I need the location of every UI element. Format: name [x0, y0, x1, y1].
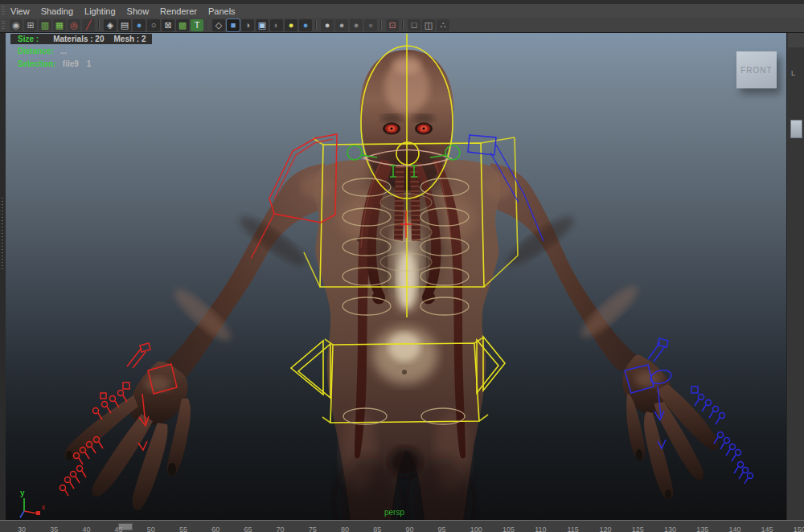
safe-title-icon[interactable]: ▩ — [176, 19, 189, 31]
timeline-tick-105: 105 — [503, 526, 515, 532]
timeline-tick-130: 130 — [664, 526, 676, 532]
toolbar-separator — [402, 20, 404, 30]
ambient-light-icon[interactable]: ● — [285, 19, 297, 31]
timeline-tick-45: 45 — [115, 526, 123, 532]
default-material-icon[interactable]: ▣ — [256, 19, 269, 31]
smooth-shade-mode-icon[interactable]: ■ — [227, 19, 240, 31]
hud-selection-readout: Selection:file91 — [18, 59, 91, 68]
camera-settings-icon[interactable]: ⊞ — [24, 19, 37, 31]
isolate-select-icon[interactable]: ⊡ — [386, 19, 399, 31]
toolbar-grip[interactable] — [2, 21, 5, 30]
timeline-tick-50: 50 — [147, 526, 155, 532]
creature-model — [65, 50, 719, 520]
toolbar-separator — [207, 20, 209, 30]
wireframe-mode-icon[interactable]: ◇ — [212, 19, 225, 31]
toolbar-separator — [380, 20, 383, 30]
image-plane-icon[interactable]: ▦ — [53, 19, 66, 31]
menu-renderer[interactable]: Renderer — [158, 6, 199, 16]
grease-pencil-icon[interactable]: ╱ — [82, 19, 95, 31]
xray-icon[interactable]: □ — [408, 19, 420, 31]
timeline-tick-120: 120 — [600, 526, 612, 532]
field-chart-icon[interactable]: ○ — [147, 19, 160, 31]
timeline-tick-100: 100 — [470, 526, 482, 532]
timeline-ruler[interactable]: 3035404550556065707580859095100105110115… — [0, 520, 804, 532]
hud-size-readout: Size :Materials : 20Mesh : 2 — [10, 34, 152, 44]
timeline-tick-145: 145 — [761, 526, 773, 532]
camera-name-label: persp — [384, 508, 404, 517]
menu-show[interactable]: Show — [125, 6, 151, 16]
field-guide-icon[interactable]: T — [191, 19, 203, 31]
menu-lighting[interactable]: Lighting — [83, 6, 117, 16]
viewport-3d[interactable]: y x Size :Materials : 20Mesh : 2 Distanc… — [6, 33, 786, 520]
timeline-tick-60: 60 — [211, 526, 219, 532]
timeline-tick-135: 135 — [696, 526, 708, 532]
pan-zoom-icon[interactable]: ◎ — [68, 19, 80, 31]
menu-panels[interactable]: Panels — [207, 6, 237, 16]
axis-x-label: x — [42, 503, 46, 511]
menu-shading[interactable]: Shading — [39, 6, 75, 16]
hud-selection-count: 1 — [87, 59, 92, 68]
share-view-icon[interactable]: ∴ — [437, 19, 449, 31]
film-gate-icon[interactable]: ◈ — [104, 19, 117, 31]
timeline-tick-75: 75 — [309, 526, 317, 532]
panel-menu-bar: ViewShadingLightingShowRendererPanels — [0, 4, 804, 18]
left-panel-edge — [0, 33, 6, 520]
toolbar-separator — [98, 20, 100, 30]
timeline-tick-110: 110 — [535, 526, 546, 532]
timeline-tick-140: 140 — [728, 526, 740, 532]
bookmark-icon[interactable]: ▥ — [39, 19, 51, 31]
timeline-tick-35: 35 — [50, 526, 58, 532]
hud-distance-value: ... — [60, 47, 67, 55]
right-edge-label: L — [791, 69, 795, 77]
axis-y-label: y — [20, 489, 25, 497]
axis-indicator: y x — [20, 489, 46, 518]
timeline-tick-80: 80 — [341, 526, 349, 532]
blue-light-icon[interactable]: ● — [299, 19, 312, 31]
viewport-canvas[interactable]: y x — [6, 33, 786, 520]
front-camera-image-plane: FRONT — [736, 51, 777, 88]
panel-divider-handle[interactable] — [2, 198, 3, 270]
timeline-tick-95: 95 — [438, 526, 446, 532]
hud-size-label: Size : — [18, 35, 39, 43]
exposure-icon[interactable]: ◫ — [422, 19, 435, 31]
toolbar-separator — [315, 20, 318, 30]
selected-lights-icon[interactable]: ● — [335, 19, 348, 31]
hud-selection-object: file9 — [63, 59, 79, 68]
hud-selection-label: Selection: — [18, 59, 56, 68]
menu-view[interactable]: View — [9, 6, 31, 16]
hud-distance-readout: Distance:... — [18, 47, 67, 55]
menu-bar-items: ViewShadingLightingShowRendererPanels — [9, 6, 245, 16]
textured-mode-icon[interactable]: ◑ — [241, 19, 254, 31]
timeline-tick-30: 30 — [18, 526, 26, 532]
gate-mask-icon[interactable]: ● — [133, 19, 146, 31]
timeline-tick-65: 65 — [244, 526, 252, 532]
maya-window: { "menubar": { "items": [ {"label":"View… — [0, 0, 804, 532]
resolution-gate-icon[interactable]: ▤ — [118, 19, 131, 31]
timeline-tick-55: 55 — [179, 526, 187, 532]
hud-materials-value: Materials : 20 — [53, 35, 104, 43]
toolbar-icons: ◉⊞▥▦◎╱◈▤●○⊠▩T◇■◑▣◐●●●●●●⊡□◫∴ — [9, 19, 450, 31]
timeline-tick-85: 85 — [373, 526, 381, 532]
right-panel-edge: L — [786, 33, 804, 520]
timeline-tick-90: 90 — [405, 526, 413, 532]
hud-distance-label: Distance: — [18, 47, 54, 55]
safe-action-icon[interactable]: ⊠ — [162, 19, 174, 31]
timeline-tick-125: 125 — [632, 526, 644, 532]
all-lights-icon[interactable]: ● — [321, 19, 334, 31]
right-edge-button[interactable] — [790, 120, 802, 138]
timeline-tick-115: 115 — [567, 526, 578, 532]
timeline-tick-150: 150 — [794, 526, 804, 532]
flat-lighting-icon[interactable]: ● — [350, 19, 363, 31]
timeline-tick-40: 40 — [82, 526, 90, 532]
menu-grip[interactable] — [2, 6, 5, 15]
hud-mesh-value: Mesh : 2 — [114, 35, 146, 43]
shadows-icon[interactable]: ◐ — [270, 19, 283, 31]
front-plate-label: FRONT — [740, 66, 772, 75]
right-edge-header — [788, 33, 804, 47]
no-lights-icon[interactable]: ● — [364, 19, 377, 31]
timeline-tick-70: 70 — [277, 526, 285, 532]
select-camera-icon[interactable]: ◉ — [10, 19, 23, 31]
panel-toolbar: ◉⊞▥▦◎╱◈▤●○⊠▩T◇■◑▣◐●●●●●●⊡□◫∴ — [0, 18, 804, 33]
